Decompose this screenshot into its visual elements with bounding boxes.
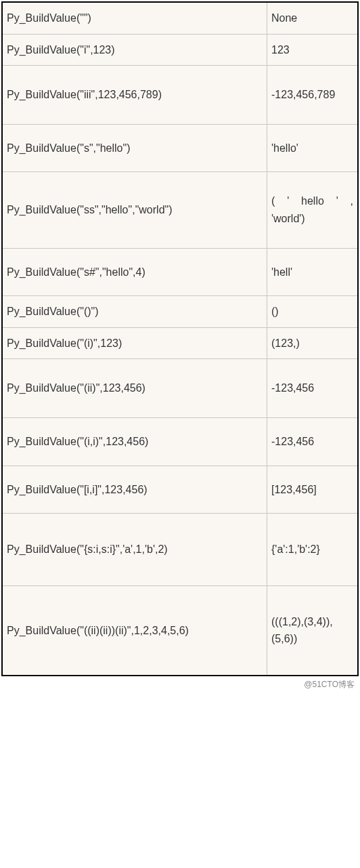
call-cell: Py_BuildValue("i",123) (2, 34, 267, 66)
table-row: Py_BuildValue("(ii)",123,456)-123,456 (2, 359, 358, 418)
call-cell: Py_BuildValue("()") (2, 296, 267, 328)
call-cell: Py_BuildValue("ss","hello","world") (2, 172, 267, 248)
call-cell: Py_BuildValue("(ii)",123,456) (2, 359, 267, 418)
table-row: Py_BuildValue("s","hello")'hello' (2, 124, 358, 172)
result-cell: [123,456] (267, 466, 359, 514)
table-row: Py_BuildValue("((ii)(ii))(ii)",1,2,3,4,5… (2, 585, 358, 676)
table-row: Py_BuildValue("[i,i]",123,456)[123,456] (2, 466, 358, 514)
call-cell: Py_BuildValue("iii",123,456,789) (2, 66, 267, 125)
call-cell: Py_BuildValue("s#","hello",4) (2, 248, 267, 296)
result-cell: (123,) (267, 327, 359, 359)
result-cell: 123 (267, 34, 359, 66)
call-cell: Py_BuildValue("{s:i,s:i}",'a',1,'b',2) (2, 514, 267, 586)
result-cell: 'hello' (267, 124, 359, 172)
table-row: Py_BuildValue("(i,i)",123,456)-123,456 (2, 417, 358, 466)
result-cell: -123,456,789 (267, 66, 359, 125)
table-row: Py_BuildValue("(i)",123)(123,) (2, 327, 358, 359)
result-cell: {'a':1,'b':2} (267, 514, 359, 586)
table-row: Py_BuildValue("")None (2, 2, 358, 34)
result-cell: -123,456 (267, 359, 359, 418)
table-row: Py_BuildValue("i",123)123 (2, 34, 358, 66)
table-row: Py_BuildValue("ss","hello","world")( ' h… (2, 172, 358, 248)
call-cell: Py_BuildValue("(i,i)",123,456) (2, 417, 267, 466)
result-cell: 'hell' (267, 248, 359, 296)
call-cell: Py_BuildValue("s","hello") (2, 124, 267, 172)
table-row: Py_BuildValue("s#","hello",4)'hell' (2, 248, 358, 296)
table-row: Py_BuildValue("iii",123,456,789)-123,456… (2, 66, 358, 125)
call-cell: Py_BuildValue("[i,i]",123,456) (2, 466, 267, 514)
result-cell: -123,456 (267, 417, 359, 466)
result-cell: None (267, 2, 359, 34)
call-cell: Py_BuildValue("") (2, 2, 267, 34)
result-cell: () (267, 296, 359, 328)
watermark: @51CTO博客 (1, 676, 359, 690)
call-cell: Py_BuildValue("(i)",123) (2, 327, 267, 359)
py-buildvalue-table: Py_BuildValue("")NonePy_BuildValue("i",1… (1, 1, 359, 676)
table-row: Py_BuildValue("()")() (2, 296, 358, 328)
result-cell: (((1,2),(3,4)),(5,6)) (267, 585, 359, 676)
result-cell: ( ' hello ' , 'world') (267, 172, 359, 248)
call-cell: Py_BuildValue("((ii)(ii))(ii)",1,2,3,4,5… (2, 585, 267, 676)
table-row: Py_BuildValue("{s:i,s:i}",'a',1,'b',2){'… (2, 514, 358, 586)
